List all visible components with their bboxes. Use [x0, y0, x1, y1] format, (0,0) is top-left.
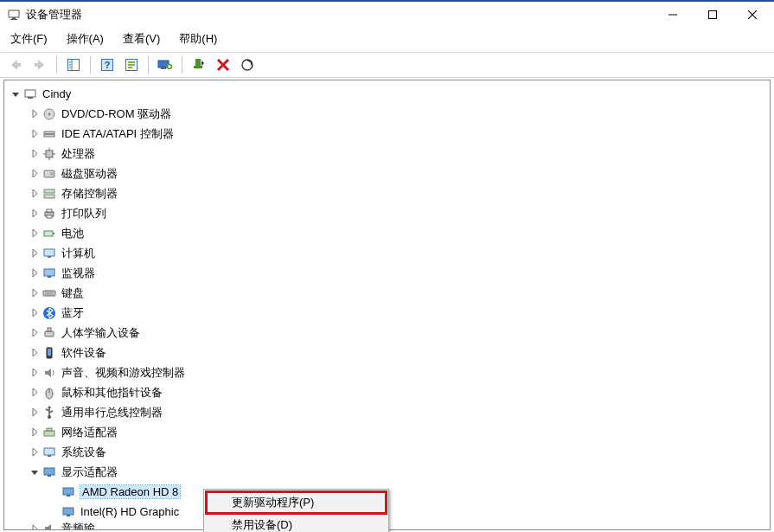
- svg-rect-47: [44, 249, 54, 256]
- tree-category[interactable]: 网络适配器: [4, 422, 770, 442]
- expand-icon[interactable]: [29, 148, 41, 160]
- properties-button[interactable]: [121, 54, 142, 75]
- menu-view[interactable]: 查看(V): [121, 29, 162, 48]
- menu-file[interactable]: 文件(F): [9, 29, 49, 48]
- bluetooth-icon: [42, 306, 56, 320]
- device-label: AMD Radeon HD 8: [80, 485, 180, 498]
- tree-category[interactable]: 处理器: [4, 144, 770, 163]
- tree-category[interactable]: 人体学输入设备: [4, 323, 770, 343]
- svg-rect-69: [48, 475, 51, 477]
- display-adapter-icon: [61, 485, 75, 499]
- usb-icon: [42, 406, 56, 420]
- back-button[interactable]: [5, 54, 26, 75]
- minimize-button[interactable]: [653, 2, 693, 28]
- battery-icon: [42, 227, 56, 240]
- menu-help[interactable]: 帮助(H): [177, 29, 219, 48]
- title-bar: 设备管理器: [0, 0, 774, 28]
- expand-icon[interactable]: [29, 267, 41, 279]
- tree-category[interactable]: 声音、视频和游戏控制器: [4, 362, 770, 382]
- tree-category[interactable]: DVD/CD-ROM 驱动器: [4, 104, 770, 124]
- expand-icon[interactable]: [29, 407, 41, 419]
- help-button[interactable]: ?: [97, 54, 118, 75]
- storage-controller-icon: [42, 187, 56, 201]
- expand-icon[interactable]: [29, 327, 41, 339]
- expand-icon[interactable]: [29, 347, 41, 359]
- menu-action[interactable]: 操作(A): [65, 29, 106, 48]
- printer-icon: [42, 207, 56, 221]
- tree-category[interactable]: 监视器: [4, 263, 770, 283]
- tree-category[interactable]: 鼠标和其他指针设备: [4, 382, 770, 402]
- svg-rect-43: [47, 209, 52, 212]
- svg-rect-33: [46, 151, 53, 157]
- scan-hardware-button[interactable]: [237, 54, 258, 75]
- svg-rect-44: [47, 215, 52, 218]
- expand-icon[interactable]: [29, 168, 41, 180]
- category-label: 键盘: [61, 285, 84, 301]
- expand-icon[interactable]: [29, 208, 41, 220]
- tree-category[interactable]: IDE ATA/ATAPI 控制器: [4, 124, 770, 144]
- expand-icon[interactable]: [10, 88, 22, 100]
- computer-icon: [23, 87, 37, 101]
- tree-category[interactable]: 打印队列: [4, 203, 770, 223]
- expand-icon[interactable]: [29, 387, 41, 399]
- system-device-icon: [42, 445, 56, 459]
- category-label: 网络适配器: [61, 425, 118, 440]
- svg-rect-58: [48, 349, 51, 356]
- collapse-icon[interactable]: [29, 466, 41, 478]
- monitor-icon: [42, 266, 56, 280]
- tree-category[interactable]: 存储控制器: [4, 183, 770, 203]
- audio-icon: [42, 366, 56, 380]
- tree-category[interactable]: 软件设备: [4, 343, 770, 362]
- tree-root[interactable]: Cindy: [4, 84, 770, 104]
- toolbar-separator: [182, 56, 182, 74]
- expand-icon[interactable]: [29, 522, 41, 530]
- category-label: 蓝牙: [61, 305, 84, 321]
- expand-icon[interactable]: [29, 188, 41, 200]
- toolbar-separator: [56, 56, 57, 74]
- context-menu-disable-device[interactable]: 禁用设备(D): [206, 514, 387, 532]
- category-label: 处理器: [61, 146, 95, 162]
- device-tree[interactable]: Cindy DVD/CD-ROM 驱动器 IDE ATA/ATAPI 控制器 处…: [4, 80, 770, 530]
- tree-category-display-adapters[interactable]: 显示适配器: [4, 462, 770, 482]
- expand-icon[interactable]: [29, 307, 41, 319]
- expand-icon[interactable]: [29, 128, 41, 140]
- close-button[interactable]: [732, 2, 772, 28]
- uninstall-device-button[interactable]: [213, 54, 233, 75]
- expand-icon[interactable]: [29, 426, 41, 439]
- update-driver-button[interactable]: [155, 54, 176, 75]
- tree-category[interactable]: 系统设备: [4, 442, 770, 462]
- expand-icon[interactable]: [29, 247, 41, 260]
- expand-icon[interactable]: [29, 287, 41, 299]
- svg-rect-1: [12, 17, 16, 19]
- svg-rect-16: [128, 64, 135, 66]
- svg-rect-49: [44, 269, 54, 276]
- app-icon: [7, 8, 21, 22]
- enable-device-button[interactable]: [189, 54, 209, 75]
- keyboard-icon: [42, 286, 56, 300]
- category-label: 显示适配器: [61, 465, 118, 480]
- tree-category[interactable]: 磁盘驱动器: [4, 163, 770, 183]
- disk-drive-icon: [42, 167, 56, 181]
- toolbar-separator: [148, 56, 149, 74]
- forward-button[interactable]: [29, 54, 50, 75]
- svg-rect-40: [44, 189, 54, 193]
- expand-icon[interactable]: [29, 228, 41, 240]
- expand-icon[interactable]: [29, 367, 41, 379]
- svg-rect-0: [9, 10, 19, 17]
- expand-icon[interactable]: [29, 108, 41, 120]
- context-menu-update-driver[interactable]: 更新驱动程序(P): [206, 491, 387, 514]
- show-hide-console-tree-button[interactable]: [63, 54, 84, 75]
- toolbar-separator: [90, 56, 91, 74]
- network-adapter-icon: [42, 426, 56, 439]
- device-label: Intel(R) HD Graphic: [80, 505, 179, 518]
- tree-category[interactable]: 键盘: [4, 283, 770, 303]
- tree-category[interactable]: 计算机: [4, 243, 770, 263]
- expand-icon[interactable]: [29, 446, 41, 458]
- svg-rect-21: [195, 59, 201, 66]
- tree-category[interactable]: 蓝牙: [4, 303, 770, 323]
- category-label: 打印队列: [61, 206, 106, 221]
- svg-rect-71: [67, 495, 70, 497]
- maximize-button[interactable]: [693, 2, 732, 28]
- tree-category[interactable]: 电池: [4, 223, 770, 243]
- tree-category[interactable]: 通用串行总线控制器: [4, 402, 770, 422]
